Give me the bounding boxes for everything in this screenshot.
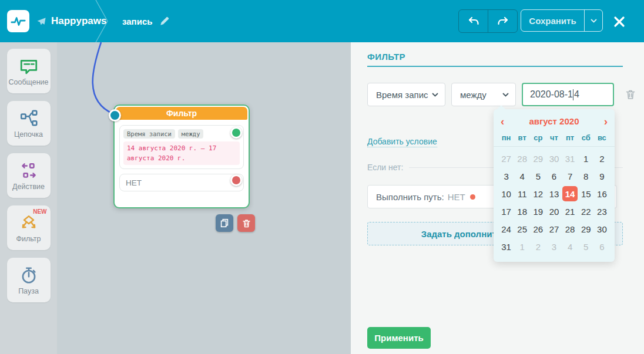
calendar-grid: 2728293031123456789101112131415161718192… [494,147,615,258]
operator-select[interactable]: между [451,83,516,106]
calendar-day[interactable]: 29 [578,220,594,238]
calendar-day[interactable]: 30 [594,220,610,238]
calendar-day[interactable]: 22 [578,203,594,220]
output-connector-no[interactable] [230,174,242,186]
calendar-day[interactable]: 15 [578,185,594,203]
calendar-day[interactable]: 11 [514,185,530,203]
calendar-day[interactable]: 16 [594,185,610,203]
calendar-day[interactable]: 27 [546,220,562,238]
undo-button[interactable] [459,10,488,32]
calendar-day[interactable]: 18 [514,203,530,220]
calendar-day[interactable]: 25 [514,220,530,238]
calendar-day[interactable]: 5 [530,167,546,185]
calendar-day[interactable]: 30 [546,150,562,167]
calendar-day[interactable]: 6 [594,238,610,255]
action-icon [19,161,39,181]
calendar-weekday: ср [530,133,546,142]
operator-select-value: между [460,90,487,100]
calendar-day[interactable]: 6 [546,167,562,185]
save-button[interactable]: Сохранить [521,10,584,31]
output-connector-yes[interactable] [230,127,242,139]
calendar-day[interactable]: 9 [594,167,610,185]
undo-icon [467,16,480,26]
calendar-day[interactable]: 31 [498,238,514,255]
stopwatch-icon [19,265,39,285]
input-connector[interactable] [109,109,121,122]
calendar-day[interactable]: 20 [546,203,562,220]
remove-condition-button[interactable] [625,89,636,100]
sidebar-item-message[interactable]: Сообщение [7,49,51,93]
calendar-day[interactable]: 24 [498,220,514,238]
calendar-day[interactable]: 17 [498,203,514,220]
calendar-day[interactable]: 21 [562,203,578,220]
calendar-day[interactable]: 10 [498,185,514,203]
save-dropdown-button[interactable] [584,10,602,31]
flow-canvas[interactable]: Фильтр Время записи между 14 августа 202… [57,42,351,354]
field-select[interactable]: Время запис [367,83,445,106]
calendar-day[interactable]: 28 [562,220,578,238]
else-card[interactable]: НЕТ [119,174,244,191]
calendar-day[interactable]: 28 [514,150,530,167]
calendar-day[interactable]: 4 [514,167,530,185]
calendar-day[interactable]: 8 [578,167,594,185]
calendar-day[interactable]: 23 [594,203,610,220]
settings-panel: ФИЛЬТР Время запис между [351,42,644,354]
topbar: Happypaws запись [0,0,644,42]
sidebar-item-action[interactable]: Действие [7,153,51,198]
calendar-day[interactable]: 27 [498,150,514,167]
calendar-day[interactable]: 2 [594,150,610,167]
condition-row: Время запис между 2020-08-14 [367,83,636,106]
sidebar-item-pause[interactable]: Пауза [7,258,51,302]
calendar-day[interactable]: 2 [530,238,546,255]
sidebar-item-label: Пауза [18,287,39,295]
path-select-prefix: Выполнить путь: [376,192,444,202]
calendar-day[interactable]: 12 [530,185,546,203]
calendar-day[interactable]: 31 [562,150,578,167]
calendar-day[interactable]: 26 [530,220,546,238]
edit-flow-name-icon[interactable] [159,16,170,26]
trash-icon [242,218,251,228]
calendar-day[interactable]: 4 [562,238,578,255]
sidebar-item-chain[interactable]: Цепочка [7,101,51,146]
pulse-icon [9,12,27,30]
add-condition-link[interactable]: Добавить условие [367,137,437,147]
condition-card[interactable]: Время записи между 14 августа 2020 г. — … [119,125,244,169]
delete-node-button[interactable] [237,214,255,232]
redo-button[interactable] [488,10,517,32]
sidebar-item-filter[interactable]: NEW Фильтр [7,205,51,250]
filter-icon [19,213,39,233]
undo-redo-group [458,9,518,33]
close-button[interactable] [611,14,628,29]
panel-title: ФИЛЬТР [367,52,405,62]
calendar-weekdays: пнвтсрчтптсбвс [494,130,615,147]
calendar-day[interactable]: 1 [514,238,530,255]
calendar-day[interactable]: 3 [546,238,562,255]
duplicate-node-button[interactable] [216,214,233,232]
calendar-day[interactable]: 3 [498,167,514,185]
breadcrumb-flow: запись [122,0,170,42]
calendar-day[interactable]: 1 [578,150,594,167]
field-select-value: Время запис [376,90,428,100]
month-title: август 2020 [504,116,603,126]
app-logo[interactable] [7,10,29,32]
calendar-day[interactable]: 14 [562,186,578,201]
apply-button[interactable]: Применить [367,327,431,349]
sidebar-item-label: Действие [12,183,45,191]
calendar-day[interactable]: 13 [546,185,562,203]
calendar-day[interactable]: 5 [578,238,594,255]
datepicker: ‹ август 2020 › пнвтсрчтптсбвс 272829303… [494,109,615,262]
calendar-weekday: сб [578,133,594,142]
calendar-weekday: пт [562,133,578,142]
app-window: Happypaws запись [0,0,644,354]
condition-field-tag: Время записи [123,129,175,139]
date-input[interactable]: 2020-08-14 [522,83,614,106]
node-title: Фильтр [116,107,247,120]
next-month-button[interactable]: › [604,116,608,127]
calendar-weekday: пн [498,133,514,142]
calendar-day[interactable]: 19 [530,203,546,220]
calendar-day[interactable]: 29 [530,150,546,167]
filter-node[interactable]: Фильтр Время записи между 14 августа 202… [113,104,250,208]
calendar-weekday: чт [546,133,562,142]
calendar-day[interactable]: 7 [562,167,578,185]
calendar-weekday: вс [594,133,610,142]
